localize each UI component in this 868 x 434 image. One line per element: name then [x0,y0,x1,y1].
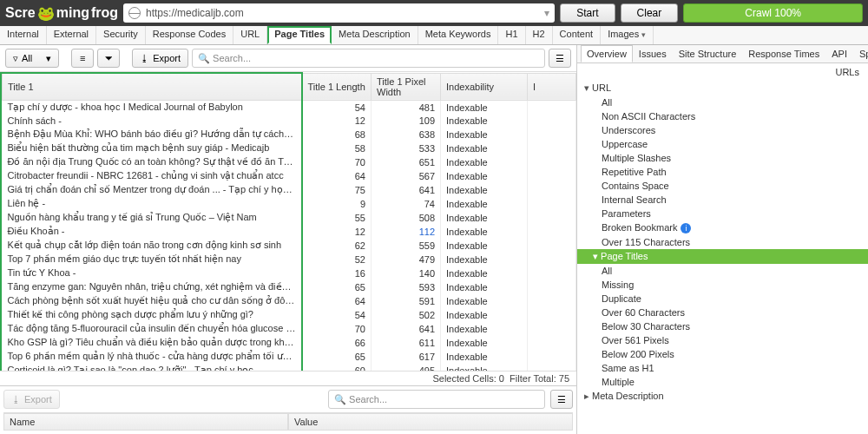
tab-response-codes[interactable]: Response Codes [146,26,233,44]
tree-item[interactable]: Repetitive Path [577,165,868,179]
export-button[interactable]: ⭳Export [132,49,188,68]
cell-ir [528,155,576,169]
table-row[interactable]: Đồ ăn nội địa Trung Quốc có an toàn khôn… [3,155,576,169]
tree-item[interactable]: Multiple [577,375,868,389]
table-row[interactable]: Giá trị chẩn đoán chỉ số Mentzer trong d… [3,183,576,197]
col-title[interactable]: Title 1 [3,73,302,100]
tree-group[interactable]: URL [577,81,868,95]
tree-item[interactable]: All [577,95,868,109]
bottom-col-value[interactable]: Value [288,413,573,431]
tree-item[interactable]: Below 30 Characters [577,319,868,333]
cell-pixel-width: 651 [372,155,441,169]
tree-item[interactable]: Parameters [577,207,868,220]
tab-internal[interactable]: Internal [0,26,47,44]
tab-security[interactable]: Security [96,26,146,44]
tree-item[interactable]: Uppercase [577,137,868,151]
clear-button[interactable]: Clear [621,3,679,23]
table-row[interactable]: Liên hệ -974Indexable [3,197,576,211]
cell-length: 52 [302,253,372,266]
col-length[interactable]: Title 1 Length [302,73,372,100]
cell-pixel-width: 140 [372,266,441,280]
cell-title: Bệnh Đậu Mùa Khỉ: WHO bánh báo điều gì? … [3,128,302,141]
table-row[interactable]: Biểu hiện bất thường của tim mạch bệnh s… [3,141,576,155]
table-row[interactable]: Tin tức Y Khoa -16140Indexable [3,266,576,280]
cell-ir [528,253,576,266]
filter-dropdown[interactable]: ▿All▾ [5,49,59,68]
settings-button[interactable]: ☰ [549,49,571,68]
table-row[interactable]: Cách phòng bệnh sốt xuất huyết hiệu quả … [3,294,576,308]
tree-group[interactable]: ▾ Page Titles [577,249,868,264]
col-pixel-width[interactable]: Title 1 Pixel Width [372,73,441,100]
rtab-site-structure[interactable]: Site Structure [673,45,743,62]
tree-group[interactable]: Meta Description [577,389,868,404]
rtab-response-times[interactable]: Response Times [742,45,825,62]
tab-meta-description[interactable]: Meta Description [332,26,418,44]
tree-item[interactable]: Below 200 Pixels [577,347,868,361]
col-indexability[interactable]: Indexability [441,73,528,100]
tree-item[interactable]: Over 115 Characters [577,235,868,249]
cell-title: Liên hệ - [3,197,302,211]
rtab-overview[interactable]: Overview [581,45,633,62]
cell-ir [528,225,576,239]
table-row[interactable]: Kho GSP là gì? Tiêu chuẩn và điều kiện b… [3,336,576,350]
tree-item[interactable]: Duplicate [577,292,868,306]
tab-content[interactable]: Content [553,26,602,44]
view-list-button[interactable]: ≡ [71,49,94,68]
table-row[interactable]: Chính sách -12109Indexable [3,115,576,128]
cell-index: Indexable [441,100,528,115]
bottom-export-button: ⭳Export [3,390,60,409]
table-row[interactable]: Thiết kế thi công phòng sạch dược phẩm l… [3,308,576,322]
tree-item[interactable]: Internal Search [577,193,868,207]
crawl-progress-button[interactable]: Crawl 100% [683,3,863,23]
url-input[interactable]: https://medicaljb.com ▾ [123,3,555,23]
tree-item[interactable]: Same as H1 [577,361,868,375]
chevron-down-icon[interactable]: ▾ [544,7,549,19]
rtab-api[interactable]: API [825,45,853,62]
table-row[interactable]: Top 7 phần mềm giáo dục trực tuyến tốt n… [3,253,576,266]
tab-meta-keywords[interactable]: Meta Keywords [418,26,499,44]
table-row[interactable]: Tác động tăng 5-fluorouracil của insulin… [3,322,576,336]
tree-item[interactable]: All [577,264,868,278]
cell-ir [528,197,576,211]
cell-title: Kho GSP là gì? Tiêu chuẩn và điều kiện b… [3,336,302,350]
tab-external[interactable]: External [47,26,96,44]
cell-index: Indexable [441,253,528,266]
tab-h2[interactable]: H2 [526,26,553,44]
search-input[interactable]: 🔍 Search... [192,49,545,68]
rtab-spelling-[interactable]: Spelling & [853,45,868,62]
tab-h1[interactable]: H1 [498,26,525,44]
table-row[interactable]: Corticoid là gì? Tại sao là "con dao 2 l… [3,364,576,372]
table-row[interactable]: Citrobacter freundii - NBRC 12681 - chủn… [3,169,576,183]
cell-index: Indexable [441,294,528,308]
bottom-settings-button[interactable]: ☰ [550,390,573,409]
tree-item[interactable]: Broken Bookmarki [577,220,868,235]
cell-length: 54 [302,308,372,322]
cell-title: Citrobacter freundii - NBRC 12681 - chủn… [3,169,302,183]
table-row[interactable]: Top 6 phần mềm quản lý nhà thuốc - cửa h… [3,350,576,364]
table-row[interactable]: Nguồn hàng khẩu trang y tế giá sỉ Trung … [3,211,576,225]
rtab-issues[interactable]: Issues [633,45,673,62]
table-row[interactable]: Tạp chí y dược - khoa học I Medical Jour… [3,100,576,115]
cell-title: Tin tức Y Khoa - [3,266,302,280]
tab-page-titles[interactable]: Page Titles [267,26,332,44]
view-tree-button[interactable]: ⏷ [97,49,120,68]
tab-images[interactable]: Images [601,26,654,44]
tab-url[interactable]: URL [233,26,267,44]
start-button[interactable]: Start [560,3,615,23]
tree-item[interactable]: Over 561 Pixels [577,333,868,347]
tree-item[interactable]: Contains Space [577,179,868,193]
col-ir[interactable]: I [528,73,576,100]
tree-item[interactable]: Non ASCII Characters [577,109,868,123]
tree-item[interactable]: Underscores [577,123,868,137]
tree-item[interactable]: Missing [577,278,868,292]
search-icon: 🔍 [334,394,346,405]
tree-item[interactable]: Over 60 Characters [577,306,868,319]
table-row[interactable]: Điều Khoản -12112Indexable [3,225,576,239]
table-row[interactable]: Kết quả chụp cắt lớp điện toán não trong… [3,239,576,253]
bottom-col-name[interactable]: Name [3,413,288,431]
table-row[interactable]: Tăng enzyme gan: Nguyên nhân, triệu chứn… [3,280,576,294]
bottom-search-input[interactable]: 🔍 Search... [328,390,545,409]
cell-index: Indexable [441,280,528,294]
tree-item[interactable]: Multiple Slashes [577,151,868,165]
table-row[interactable]: Bệnh Đậu Mùa Khỉ: WHO bánh báo điều gì? … [3,128,576,141]
